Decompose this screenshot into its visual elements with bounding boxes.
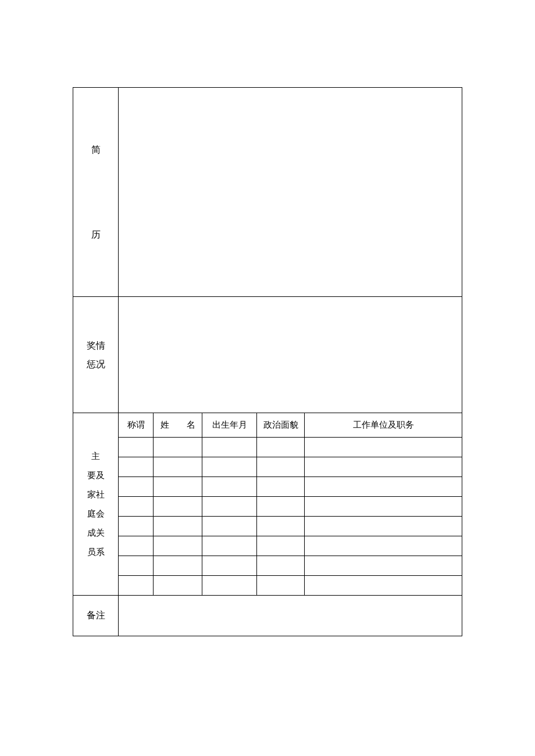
cell-birth — [202, 517, 257, 536]
cell-name — [154, 556, 202, 576]
cell-work — [305, 477, 462, 497]
cell-birth — [202, 457, 257, 477]
remark-row: 备注 — [73, 596, 462, 636]
reward-label-cell: 奖情 惩况 — [73, 297, 119, 413]
cell-work — [305, 556, 462, 576]
cell-work — [305, 438, 462, 457]
table-row — [73, 477, 462, 497]
family-label-line5: 成关 — [87, 524, 105, 543]
reward-row: 奖情 惩况 — [73, 297, 462, 413]
cell-relation — [119, 457, 154, 477]
family-label-line4: 庭会 — [87, 504, 105, 524]
cell-politics — [257, 517, 305, 536]
cell-work — [305, 536, 462, 556]
resume-row: 简 历 — [73, 88, 462, 297]
reward-label-line2: 惩况 — [87, 355, 105, 374]
cell-birth — [202, 497, 257, 517]
cell-birth — [202, 576, 257, 596]
cell-work — [305, 497, 462, 517]
cell-birth — [202, 477, 257, 497]
family-label-line6: 员系 — [87, 543, 105, 562]
cell-name — [154, 576, 202, 596]
cell-politics — [257, 536, 305, 556]
family-label-line1: 主 — [91, 447, 100, 466]
table-row — [73, 576, 462, 596]
header-relation: 称谓 — [119, 413, 154, 438]
form-page: 简 历 奖情 惩况 主 要及 家社 庭会 成 — [0, 0, 535, 636]
cell-politics — [257, 497, 305, 517]
cell-relation — [119, 556, 154, 576]
cell-politics — [257, 576, 305, 596]
cell-work — [305, 517, 462, 536]
cell-politics — [257, 457, 305, 477]
cell-relation — [119, 536, 154, 556]
cell-birth — [202, 438, 257, 457]
cell-work — [305, 457, 462, 477]
family-label-cell: 主 要及 家社 庭会 成关 员系 — [73, 413, 119, 596]
cell-politics — [257, 438, 305, 457]
cell-name — [154, 457, 202, 477]
resume-label-char2: 历 — [91, 230, 101, 239]
cell-birth — [202, 556, 257, 576]
header-work: 工作单位及职务 — [305, 413, 462, 438]
cell-work — [305, 576, 462, 596]
table-row — [73, 517, 462, 536]
cell-name — [154, 517, 202, 536]
table-row — [73, 438, 462, 457]
family-header-row: 主 要及 家社 庭会 成关 员系 称谓 姓 名 出生年月 政治面貌 工作单位及职… — [73, 413, 462, 438]
table-row — [73, 457, 462, 477]
reward-content — [119, 297, 462, 413]
cell-relation — [119, 477, 154, 497]
family-label-line2: 要及 — [87, 466, 105, 485]
remark-label: 备注 — [73, 596, 119, 636]
cell-name — [154, 536, 202, 556]
family-label-line3: 家社 — [87, 485, 105, 504]
cell-relation — [119, 576, 154, 596]
cell-politics — [257, 477, 305, 497]
form-table: 简 历 奖情 惩况 主 要及 家社 庭会 成 — [73, 87, 462, 636]
reward-label-line1: 奖情 — [87, 336, 105, 355]
header-politics: 政治面貌 — [257, 413, 305, 438]
cell-name — [154, 438, 202, 457]
resume-label-cell: 简 历 — [73, 88, 119, 297]
table-row — [73, 556, 462, 576]
header-name: 姓 名 — [154, 413, 202, 438]
cell-birth — [202, 536, 257, 556]
cell-relation — [119, 438, 154, 457]
cell-politics — [257, 556, 305, 576]
table-row — [73, 497, 462, 517]
table-row — [73, 536, 462, 556]
cell-relation — [119, 517, 154, 536]
cell-name — [154, 477, 202, 497]
header-birth: 出生年月 — [202, 413, 257, 438]
resume-label-char1: 简 — [91, 145, 101, 155]
cell-name — [154, 497, 202, 517]
remark-content — [119, 596, 462, 636]
resume-content — [119, 88, 462, 297]
cell-relation — [119, 497, 154, 517]
